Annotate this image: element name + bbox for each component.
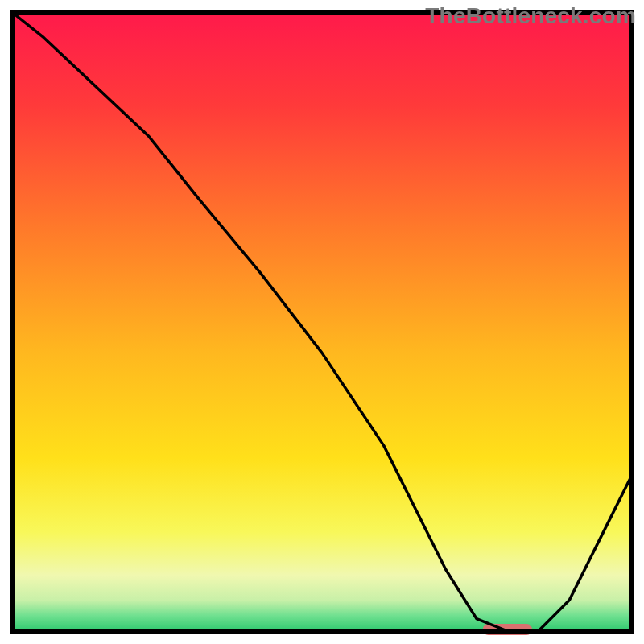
watermark-text: TheBottleneck.com [425,3,636,29]
chart-background [13,13,631,631]
chart-svg [0,0,644,644]
bottleneck-chart: TheBottleneck.com [0,0,644,644]
